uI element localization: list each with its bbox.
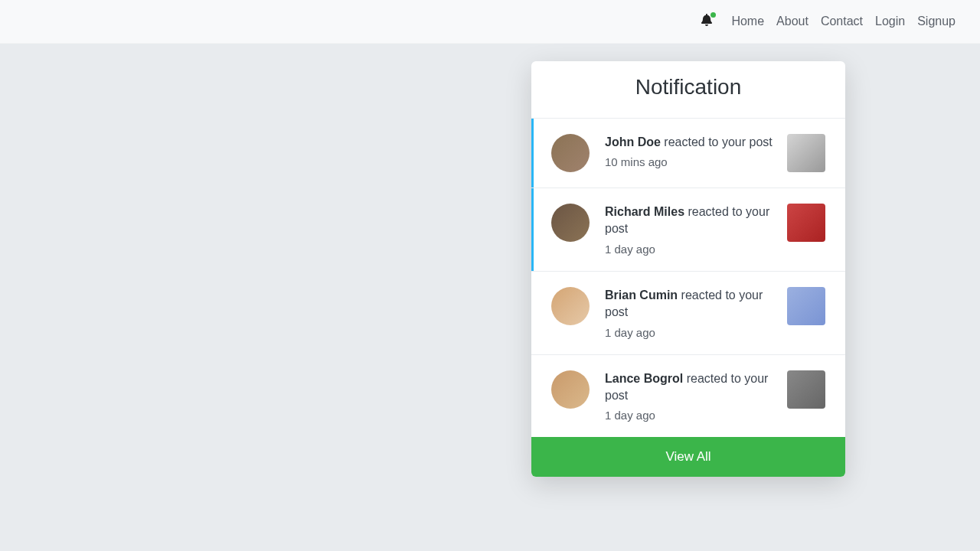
- avatar: [551, 204, 590, 242]
- dropdown-title: Notification: [531, 61, 845, 119]
- view-all-button[interactable]: View All: [531, 437, 845, 477]
- notification-item[interactable]: Brian Cumin reacted to your post 1 day a…: [531, 272, 845, 355]
- notification-text: Brian Cumin reacted to your post: [605, 287, 778, 321]
- notification-user-name: Lance Bogrol: [605, 372, 683, 385]
- notification-dropdown: Notification John Doe reacted to your po…: [531, 61, 845, 477]
- notification-time: 1 day ago: [605, 243, 778, 256]
- nav-link-about[interactable]: About: [776, 15, 808, 28]
- notification-text: Richard Miles reacted to your post: [605, 204, 778, 238]
- notification-item[interactable]: Lance Bogrol reacted to your post 1 day …: [531, 355, 845, 438]
- post-thumbnail: [787, 287, 825, 325]
- avatar: [551, 287, 590, 325]
- notification-content: John Doe reacted to your post 10 mins ag…: [605, 134, 787, 168]
- nav-link-contact[interactable]: Contact: [821, 15, 863, 28]
- notification-time: 1 day ago: [605, 326, 778, 339]
- notification-user-name: Richard Miles: [605, 205, 684, 218]
- navbar: Home About Contact Login Signup: [0, 0, 980, 44]
- post-thumbnail: [787, 134, 825, 172]
- nav-link-home[interactable]: Home: [731, 15, 764, 28]
- notification-text: John Doe reacted to your post: [605, 134, 778, 151]
- post-thumbnail: [787, 204, 825, 242]
- notification-bell-button[interactable]: [701, 14, 713, 29]
- notification-item[interactable]: John Doe reacted to your post 10 mins ag…: [531, 119, 845, 188]
- nav-link-signup[interactable]: Signup: [917, 15, 956, 28]
- notification-time: 10 mins ago: [605, 155, 778, 168]
- nav-link-login[interactable]: Login: [875, 15, 905, 28]
- notification-user-name: Brian Cumin: [605, 289, 678, 302]
- notification-time: 1 day ago: [605, 409, 778, 422]
- notification-user-name: John Doe: [605, 135, 661, 148]
- avatar: [551, 134, 590, 172]
- avatar: [551, 370, 590, 409]
- notification-content: Brian Cumin reacted to your post 1 day a…: [605, 287, 787, 339]
- notification-text: Lance Bogrol reacted to your post: [605, 370, 778, 405]
- notification-dot-icon: [710, 12, 716, 18]
- notification-action: reacted to your post: [664, 135, 772, 148]
- notification-item[interactable]: Richard Miles reacted to your post 1 day…: [531, 188, 845, 272]
- post-thumbnail: [787, 370, 825, 409]
- notification-content: Lance Bogrol reacted to your post 1 day …: [605, 370, 787, 422]
- notification-list: John Doe reacted to your post 10 mins ag…: [531, 119, 845, 437]
- nav-items: Home About Contact Login Signup: [701, 14, 956, 29]
- notification-content: Richard Miles reacted to your post 1 day…: [605, 204, 787, 256]
